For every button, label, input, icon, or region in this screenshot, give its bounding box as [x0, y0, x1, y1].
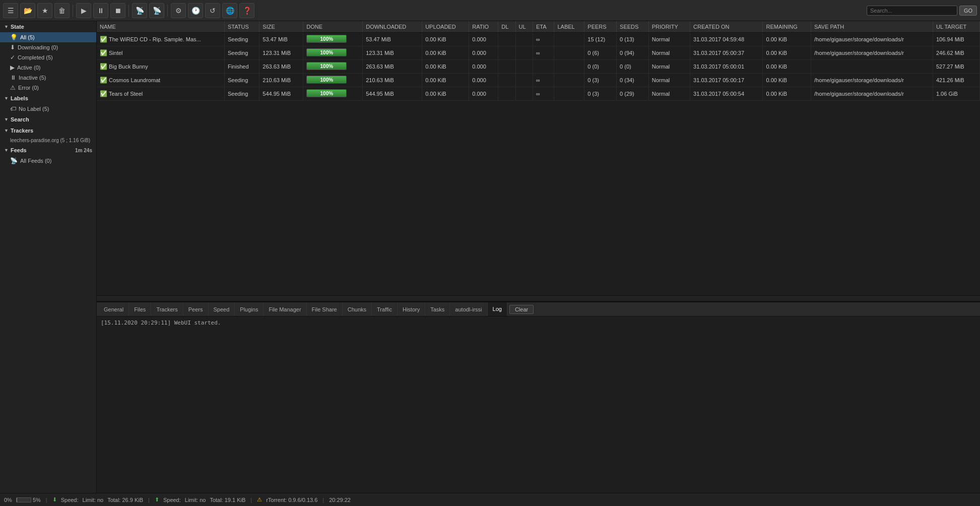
- torrent-seeds: 0 (0): [617, 60, 649, 74]
- tab-trackers[interactable]: Trackers: [151, 302, 183, 316]
- toolbar: ☰ 📂 ★ 🗑 ▶ ⏸ ⏹ 📡 📡 ⚙ 🕐 ↺ 🌐 ❓ GO: [0, 0, 980, 21]
- sidebar-item-error[interactable]: ⚠ Error (0): [0, 83, 96, 93]
- trackers-arrow-icon: ▼: [4, 128, 9, 133]
- torrent-ul-target: 527.27 MiB: [933, 60, 979, 74]
- menu-button[interactable]: ☰: [3, 3, 18, 18]
- tab-files[interactable]: Files: [129, 302, 151, 316]
- torrent-eta: ∞: [533, 46, 554, 60]
- search-section-header[interactable]: ▼ Search: [0, 114, 96, 125]
- torrent-dl-speed: [498, 33, 515, 46]
- torrent-seeds: 0 (94): [617, 46, 649, 60]
- col-remaining[interactable]: REMAINING: [763, 21, 811, 33]
- trackers-section-header[interactable]: ▼ Trackers: [0, 125, 96, 136]
- torrent-label: [554, 33, 584, 46]
- sidebar-item-all[interactable]: 💡 All (5): [0, 32, 96, 42]
- search-arrow-icon: ▼: [4, 117, 9, 122]
- torrent-status-icon: ✅: [100, 63, 107, 70]
- tab-traffic[interactable]: Traffic: [372, 302, 398, 316]
- sidebar-item-downloading[interactable]: ⬇ Downloading (0): [0, 42, 96, 52]
- play-button[interactable]: ▶: [76, 3, 91, 18]
- table-row[interactable]: ✅Tears of Steel Seeding544.95 MiB 100% 5…: [97, 87, 980, 101]
- pause-button[interactable]: ⏸: [93, 3, 108, 18]
- table-row[interactable]: ✅Sintel Seeding123.31 MiB 100% 123.31 Mi…: [97, 46, 980, 60]
- trackers-section-label: Trackers: [11, 128, 33, 134]
- col-created[interactable]: CREATED ON: [690, 21, 763, 33]
- rss2-button[interactable]: 📡: [149, 3, 164, 18]
- tab-file-manager[interactable]: File Manager: [264, 302, 306, 316]
- tab-chunks[interactable]: Chunks: [343, 302, 372, 316]
- active-icon: ▶: [10, 64, 15, 71]
- sidebar-item-nolabel[interactable]: 🏷 No Label (5): [0, 104, 96, 114]
- main-area: ▼ State 💡 All (5) ⬇ Downloading (0) ✓ Co…: [0, 21, 980, 493]
- torrent-save-path: /home/gigauser/storage/downloads/r: [811, 46, 933, 60]
- torrent-save-path: /home/gigauser/storage/downloads/r: [811, 33, 933, 46]
- col-ratio[interactable]: RATIO: [469, 21, 498, 33]
- torrent-ul-target: 246.62 MiB: [933, 46, 979, 60]
- sidebar-tracker-leechers[interactable]: leechers-paradise.org (5 ; 1.16 GiB): [0, 136, 96, 145]
- sidebar-item-completed[interactable]: ✓ Completed (5): [0, 52, 96, 62]
- network-button[interactable]: 🌐: [222, 3, 237, 18]
- col-dl[interactable]: DL: [498, 21, 515, 33]
- stop-button[interactable]: ⏹: [110, 3, 125, 18]
- torrent-table-wrapper[interactable]: NAME STATUS SIZE DONE DOWNLOADED UPLOADE…: [97, 21, 980, 295]
- torrent-downloaded: 263.63 MiB: [363, 60, 422, 74]
- delete-button[interactable]: 🗑: [54, 3, 70, 18]
- tab-general[interactable]: General: [99, 302, 129, 316]
- tab-file-share[interactable]: File Share: [307, 302, 343, 316]
- table-row[interactable]: ✅The WiRED CD - Rip. Sample. Mas... Seed…: [97, 33, 980, 46]
- col-label[interactable]: LABEL: [554, 21, 584, 33]
- col-done[interactable]: DONE: [303, 21, 363, 33]
- go-button[interactable]: GO: [959, 6, 977, 16]
- torrent-downloaded: 123.31 MiB: [363, 46, 422, 60]
- tab-log[interactable]: Log: [488, 302, 507, 316]
- horizontal-scrollbar[interactable]: [97, 295, 980, 301]
- search-input[interactable]: [867, 6, 957, 16]
- col-name[interactable]: NAME: [97, 21, 224, 33]
- sidebar-item-inactive[interactable]: ⏸ Inactive (5): [0, 73, 96, 83]
- col-seeds[interactable]: SEEDS: [617, 21, 649, 33]
- tab-tasks[interactable]: Tasks: [425, 302, 450, 316]
- labels-section-header[interactable]: ▼ Labels: [0, 93, 96, 104]
- col-ul[interactable]: UL: [515, 21, 533, 33]
- col-uploaded[interactable]: UPLOADED: [422, 21, 469, 33]
- col-eta[interactable]: ETA: [533, 21, 554, 33]
- torrent-status: Seeding: [224, 87, 259, 101]
- feeds-section-header[interactable]: ▼ Feeds 1m 24s: [0, 145, 96, 156]
- clear-button[interactable]: Clear: [509, 305, 534, 314]
- tab-peers[interactable]: Peers: [183, 302, 209, 316]
- torrent-downloaded: 544.95 MiB: [363, 87, 422, 101]
- col-downloaded[interactable]: DOWNLOADED: [363, 21, 422, 33]
- bookmark-button[interactable]: ★: [37, 3, 52, 18]
- open-button[interactable]: 📂: [20, 3, 35, 18]
- table-row[interactable]: ✅Cosmos Laundromat Seeding210.63 MiB 100…: [97, 74, 980, 87]
- col-priority[interactable]: PRIORITY: [648, 21, 690, 33]
- sidebar: ▼ State 💡 All (5) ⬇ Downloading (0) ✓ Co…: [0, 21, 97, 493]
- tab-plugins[interactable]: Plugins: [235, 302, 264, 316]
- col-size[interactable]: SIZE: [259, 21, 303, 33]
- sidebar-item-active[interactable]: ▶ Active (0): [0, 62, 96, 73]
- clock-button[interactable]: 🕐: [188, 3, 203, 18]
- torrent-tbody: ✅The WiRED CD - Rip. Sample. Mas... Seed…: [97, 33, 980, 101]
- torrent-priority: Normal: [648, 87, 690, 101]
- col-ul-target[interactable]: UL TARGET: [933, 21, 979, 33]
- torrent-peers: 0 (6): [584, 46, 617, 60]
- tab-autodl[interactable]: autodl-irssi: [450, 302, 487, 316]
- refresh-button[interactable]: ↺: [205, 3, 220, 18]
- torrent-priority: Normal: [648, 46, 690, 60]
- tab-speed[interactable]: Speed: [209, 302, 235, 316]
- state-section-header[interactable]: ▼ State: [0, 21, 96, 32]
- col-status[interactable]: STATUS: [224, 21, 259, 33]
- help-button[interactable]: ❓: [239, 3, 254, 18]
- table-row[interactable]: ✅Big Buck Bunny Finished263.63 MiB 100% …: [97, 60, 980, 74]
- sidebar-item-allfeeds[interactable]: 📡 All Feeds (0): [0, 156, 96, 166]
- rss-button[interactable]: 📡: [132, 3, 147, 18]
- labels-section-label: Labels: [11, 95, 28, 101]
- settings-button[interactable]: ⚙: [171, 3, 186, 18]
- tab-history[interactable]: History: [398, 302, 425, 316]
- col-savepath[interactable]: SAVE PATH: [811, 21, 933, 33]
- ul-total: Total: 19.1 KiB: [210, 497, 245, 503]
- torrent-peers: 0 (3): [584, 87, 617, 101]
- torrent-done: 100%: [303, 33, 363, 46]
- torrent-uploaded: 0.00 KiB: [422, 46, 469, 60]
- col-peers[interactable]: PEERS: [584, 21, 617, 33]
